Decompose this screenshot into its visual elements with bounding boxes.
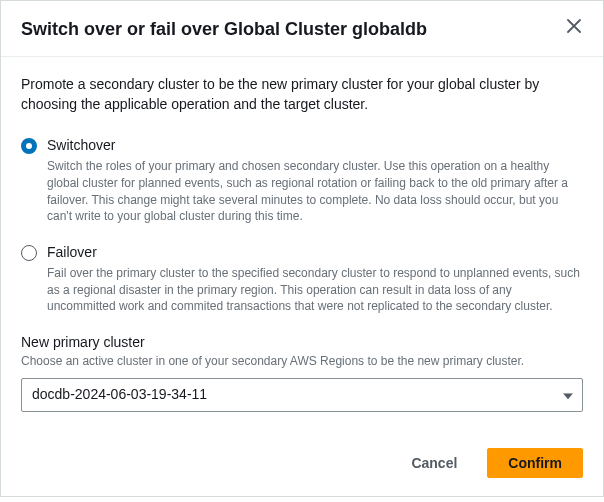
cancel-button[interactable]: Cancel: [391, 449, 477, 477]
new-primary-field: New primary cluster Choose an active clu…: [21, 333, 583, 411]
modal-footer: Cancel Confirm: [1, 434, 603, 496]
failover-modal: Switch over or fail over Global Cluster …: [0, 0, 604, 497]
switchover-desc: Switch the roles of your primary and cho…: [47, 158, 583, 225]
switchover-label[interactable]: Switchover: [47, 137, 115, 153]
failover-desc: Fail over the primary cluster to the spe…: [47, 265, 583, 315]
confirm-button[interactable]: Confirm: [487, 448, 583, 478]
intro-text: Promote a secondary cluster to be the ne…: [21, 75, 583, 114]
new-primary-label: New primary cluster: [21, 333, 583, 353]
failover-text: Failover Fail over the primary cluster t…: [47, 243, 583, 315]
failover-radio[interactable]: [21, 245, 37, 261]
failover-label[interactable]: Failover: [47, 244, 97, 260]
close-button[interactable]: [565, 17, 583, 35]
modal-body: Promote a secondary cluster to be the ne…: [1, 57, 603, 433]
new-primary-help: Choose an active cluster in one of your …: [21, 353, 583, 370]
modal-title: Switch over or fail over Global Cluster …: [21, 17, 427, 42]
switchover-radio[interactable]: [21, 138, 37, 154]
new-primary-value: docdb-2024-06-03-19-34-11: [32, 385, 207, 405]
option-switchover: Switchover Switch the roles of your prim…: [21, 136, 583, 225]
switchover-text: Switchover Switch the roles of your prim…: [47, 136, 583, 225]
close-icon: [567, 19, 581, 33]
new-primary-select-wrap: docdb-2024-06-03-19-34-11: [21, 378, 583, 412]
option-failover: Failover Fail over the primary cluster t…: [21, 243, 583, 315]
modal-header: Switch over or fail over Global Cluster …: [1, 1, 603, 57]
new-primary-select[interactable]: docdb-2024-06-03-19-34-11: [21, 378, 583, 412]
